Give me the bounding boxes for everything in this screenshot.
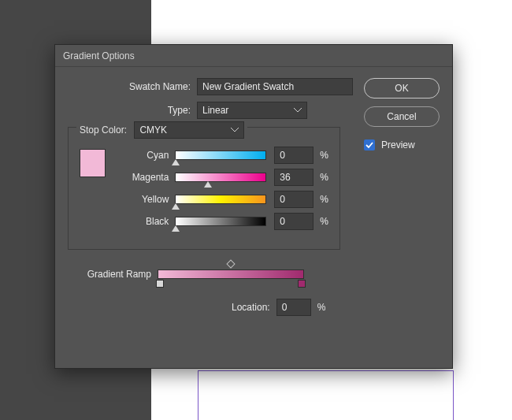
cyan-input[interactable] [274,147,314,164]
stop-color-value: CMYK [139,125,167,136]
type-value: Linear [202,105,228,116]
black-slider[interactable] [175,217,266,226]
gradient-ramp-label: Gradient Ramp [68,269,151,280]
yellow-input[interactable] [274,191,314,208]
type-select[interactable]: Linear [197,102,307,119]
percent-label: % [320,172,328,183]
percent-label: % [320,150,328,161]
percent-label: % [320,216,328,227]
color-swatch-preview [80,149,106,177]
magenta-slider[interactable] [175,173,266,182]
magenta-label: Magenta [113,172,169,183]
chevron-down-icon [231,128,239,132]
black-row: Black % [113,213,328,230]
location-input[interactable] [276,299,311,316]
dialog-title: Gradient Options [55,45,452,67]
percent-label: % [317,302,326,313]
ok-button[interactable]: OK [364,78,440,98]
percent-label: % [320,194,328,205]
swatch-name-input[interactable] [197,78,353,95]
stop-color-fieldset: Stop Color: CMYK Cyan % [68,127,340,250]
cancel-button[interactable]: Cancel [364,106,440,127]
black-input[interactable] [274,213,314,230]
stop-color-select[interactable]: CMYK [134,121,244,139]
chevron-down-icon [294,108,302,113]
gradient-options-dialog: Gradient Options OK Cancel Preview Swatc… [54,44,453,369]
magenta-input[interactable] [274,169,314,186]
yellow-row: Yellow % [113,191,328,208]
gradient-stop-left[interactable] [156,280,164,288]
yellow-slider[interactable] [175,195,266,204]
preview-checkbox[interactable] [364,139,375,151]
document-frame [198,370,454,420]
location-label: Location: [232,302,270,313]
type-label: Type: [68,105,191,116]
black-label: Black [113,216,169,227]
gradient-midpoint-handle[interactable] [226,259,235,268]
preview-label: Preview [381,139,415,151]
stop-color-label: Stop Color: [80,125,127,136]
yellow-label: Yellow [113,194,169,205]
swatch-name-label: Swatch Name: [68,81,191,92]
cyan-slider[interactable] [175,151,266,160]
cyan-label: Cyan [113,150,169,161]
magenta-row: Magenta % [113,169,328,186]
gradient-ramp[interactable] [158,269,304,279]
gradient-stop-right[interactable] [298,280,306,288]
cyan-row: Cyan % [113,147,328,164]
